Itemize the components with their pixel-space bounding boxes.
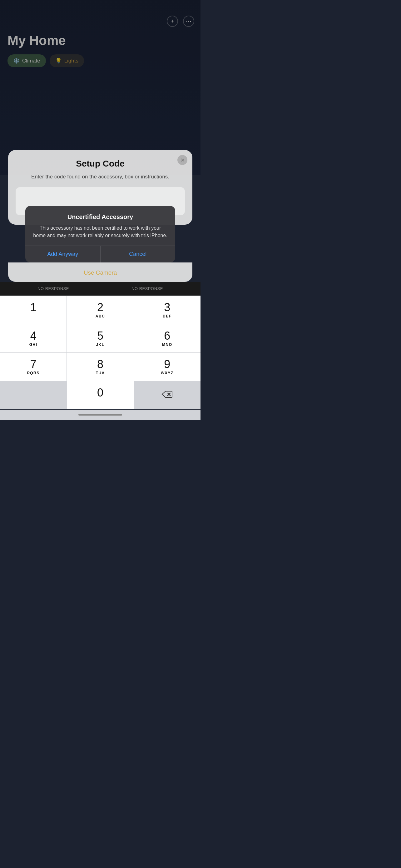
add-anyway-button[interactable]: Add Anyway (25, 246, 101, 262)
key-3[interactable]: 3 DEF (134, 296, 201, 324)
cancel-button[interactable]: Cancel (101, 246, 175, 262)
keypad-row-4: 0 (0, 381, 201, 409)
keypad-row-2: 4 GHI 5 JKL 6 MNO (0, 324, 201, 352)
key-0[interactable]: 0 (67, 381, 133, 409)
key-7[interactable]: 7 PQRS (0, 353, 67, 381)
keypad-row-3: 7 PQRS 8 TUV 9 WXYZ (0, 353, 201, 381)
dim-overlay (0, 0, 201, 175)
numeric-keypad: 1 2 ABC 3 DEF 4 GHI 5 JKL 6 MNO 7 PQRS (0, 296, 201, 409)
modal-subtitle: Enter the code found on the accessory, b… (15, 173, 185, 181)
key-2[interactable]: 2 ABC (67, 296, 133, 324)
use-camera-area: Use Camera (8, 262, 192, 279)
alert-title: Uncertified Accessory (33, 213, 168, 221)
no-response-text-1: NO RESPONSE (37, 286, 69, 291)
close-button[interactable]: ✕ (177, 155, 188, 165)
no-response-bar: NO RESPONSE NO RESPONSE (0, 282, 201, 296)
uncertified-alert: Uncertified Accessory This accessory has… (25, 206, 175, 262)
keypad-row-1: 1 2 ABC 3 DEF (0, 296, 201, 324)
alert-content: Uncertified Accessory This accessory has… (25, 206, 175, 246)
backspace-icon (162, 390, 173, 401)
key-5[interactable]: 5 JKL (67, 324, 133, 352)
delete-key[interactable] (134, 381, 201, 409)
key-8[interactable]: 8 TUV (67, 353, 133, 381)
home-indicator (0, 410, 201, 420)
background-screen: + ⋯ My Home ❄️ Climate 💡 Lights (0, 0, 201, 175)
home-bar (78, 414, 122, 415)
alert-overlay: Uncertified Accessory This accessory has… (0, 206, 201, 262)
key-4[interactable]: 4 GHI (0, 324, 67, 352)
key-empty (0, 381, 67, 409)
close-icon: ✕ (180, 157, 185, 163)
use-camera-link[interactable]: Use Camera (84, 269, 117, 276)
modal-title: Setup Code (15, 159, 185, 169)
key-1[interactable]: 1 (0, 296, 67, 324)
no-response-text-2: NO RESPONSE (132, 286, 163, 291)
alert-buttons: Add Anyway Cancel (25, 246, 175, 262)
key-9[interactable]: 9 WXYZ (134, 353, 201, 381)
alert-message: This accessory has not been certified to… (33, 224, 168, 239)
key-6[interactable]: 6 MNO (134, 324, 201, 352)
